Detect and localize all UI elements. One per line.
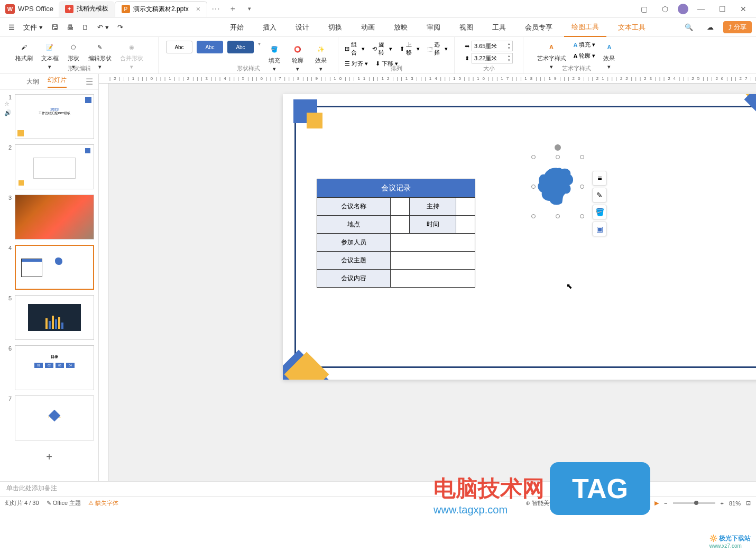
- float-layers-button[interactable]: ≡: [592, 171, 607, 186]
- merge-shape-button[interactable]: ◉合并形状▾: [117, 39, 146, 72]
- app-logo: W WPS Office: [0, 4, 59, 14]
- status-theme[interactable]: ✎ Office 主题: [47, 499, 81, 507]
- slide-thumb-2[interactable]: [15, 144, 94, 189]
- group-button[interactable]: ⊞ 组合▾: [343, 40, 367, 58]
- tab-overflow[interactable]: ⋯: [207, 4, 224, 14]
- zoom-in-button[interactable]: +: [721, 500, 724, 507]
- tab-menu[interactable]: ▾: [242, 5, 257, 12]
- file-menu[interactable]: 文件 ▾: [19, 20, 47, 35]
- search-icon[interactable]: 🔍: [680, 20, 697, 35]
- avatar[interactable]: [678, 4, 688, 14]
- art-effect-button[interactable]: A效果▾: [600, 39, 619, 72]
- redo-button[interactable]: ↷: [113, 20, 127, 35]
- shape-style-3[interactable]: Abc: [227, 41, 254, 53]
- slides-tab[interactable]: 幻灯片: [48, 76, 67, 88]
- share-button[interactable]: ⤴ 分享: [723, 21, 752, 33]
- zoom-level[interactable]: 81%: [729, 500, 741, 507]
- select-button[interactable]: ⬚ 选择▾: [425, 40, 450, 58]
- tab-document[interactable]: P 演示文稿素材2.pptx ×: [115, 1, 207, 17]
- undo-button[interactable]: ↶ ▾: [93, 20, 113, 35]
- status-slide-count: 幻灯片 4 / 30: [5, 499, 39, 507]
- art-fill-button[interactable]: A 填充▾: [571, 40, 598, 50]
- close-icon[interactable]: ×: [196, 5, 200, 13]
- float-paint-button[interactable]: 🪣: [592, 205, 607, 219]
- meeting-table[interactable]: 会议记录 会议名称主持 地点时间 参加人员 会议主题 会议内容: [317, 179, 475, 288]
- selected-shape[interactable]: [531, 155, 584, 218]
- resize-handle[interactable]: [531, 185, 536, 189]
- float-edit-button[interactable]: ✎: [592, 188, 607, 203]
- ruler-horizontal: |2|||1|||0|||1|||2|||3|||4|||5|||6|||7||…: [99, 74, 756, 84]
- ruler-vertical: [99, 84, 108, 481]
- save-icon[interactable]: 🖫: [47, 20, 62, 35]
- slide-thumb-3[interactable]: [15, 195, 94, 240]
- view-slideshow-icon[interactable]: ▶: [654, 500, 659, 507]
- slide-thumb-7[interactable]: PART 01: [15, 395, 94, 440]
- fit-icon[interactable]: ⊡: [746, 500, 751, 507]
- slide-number: 1: [4, 94, 12, 100]
- rotate-button[interactable]: ⟲ 旋转▾: [370, 40, 394, 58]
- menu-toggle[interactable]: ☰: [4, 20, 19, 35]
- resize-handle[interactable]: [580, 185, 584, 189]
- panel-icon[interactable]: ▢: [635, 2, 652, 16]
- resize-handle[interactable]: [580, 155, 584, 159]
- format-painter-button[interactable]: 🖌格式刷: [12, 39, 36, 65]
- outline-tab[interactable]: 大纲: [26, 77, 39, 86]
- tab-member[interactable]: 会员专享: [518, 18, 560, 37]
- corner-accent-tr: [743, 94, 756, 136]
- resize-handle[interactable]: [531, 155, 536, 159]
- close-button[interactable]: ✕: [735, 2, 752, 16]
- minimize-button[interactable]: —: [693, 2, 709, 16]
- tab-insert[interactable]: 插入: [255, 18, 284, 37]
- align-button[interactable]: ☰ 对齐▾: [343, 59, 370, 69]
- slide-canvas[interactable]: 会议记录 会议名称主持 地点时间 参加人员 会议主题 会议内容: [283, 94, 756, 380]
- slide-thumb-6[interactable]: 目录01020304: [15, 345, 94, 390]
- zoom-slider[interactable]: [673, 502, 715, 504]
- outline-button[interactable]: ⭕轮廓▾: [288, 41, 307, 75]
- resize-handle[interactable]: [580, 214, 584, 218]
- group-label: 形状样式: [237, 65, 260, 72]
- slide-number: 2: [4, 144, 12, 189]
- tab-transition[interactable]: 切换: [321, 18, 349, 37]
- panel-menu-icon[interactable]: ☰: [86, 77, 93, 87]
- tab-review[interactable]: 审阅: [419, 18, 448, 37]
- resize-handle[interactable]: [531, 214, 536, 218]
- slide-thumb-4[interactable]: [15, 245, 94, 290]
- effect-button[interactable]: ✨效果▾: [311, 41, 330, 75]
- tab-slideshow[interactable]: 放映: [386, 18, 415, 37]
- width-input[interactable]: 3.65厘米▴▾: [472, 41, 513, 51]
- tab-design[interactable]: 设计: [288, 18, 317, 37]
- shape-style-1[interactable]: Abc: [166, 41, 192, 53]
- tab-start[interactable]: 开始: [223, 18, 251, 37]
- cube-icon[interactable]: ⬡: [657, 2, 674, 16]
- fill-button[interactable]: 🪣填充▾: [265, 41, 284, 75]
- height-input[interactable]: 3.22厘米▴▾: [472, 53, 513, 63]
- textbox-button[interactable]: 📝文本框▾: [38, 39, 62, 72]
- add-slide-button[interactable]: +: [4, 446, 94, 468]
- shape-style-2[interactable]: Abc: [197, 41, 223, 53]
- tab-template[interactable]: ✦ 找稻壳模板: [59, 1, 115, 17]
- slide-thumb-5[interactable]: [15, 295, 94, 340]
- group-label: 形状编辑: [68, 65, 91, 72]
- tab-animation[interactable]: 动画: [354, 18, 382, 37]
- zoom-out-button[interactable]: −: [664, 500, 667, 507]
- watermark: 电脑技术网 www.tagxp.com TAG: [434, 462, 650, 515]
- maximize-button[interactable]: ☐: [714, 2, 731, 16]
- tab-view[interactable]: 视图: [452, 18, 481, 37]
- tab-drawing-tools[interactable]: 绘图工具: [564, 18, 606, 37]
- resize-handle[interactable]: [556, 155, 560, 159]
- group-label: 艺术字样式: [562, 65, 591, 72]
- cloud-icon[interactable]: ☁: [703, 20, 718, 35]
- print-icon[interactable]: 🖶: [62, 20, 78, 35]
- float-crop-button[interactable]: ▣: [592, 222, 607, 236]
- add-tab-button[interactable]: +: [224, 4, 242, 14]
- table-title: 会议记录: [317, 179, 475, 198]
- wps-icon: W: [5, 4, 15, 14]
- tab-text-tools[interactable]: 文本工具: [611, 18, 653, 37]
- move-up-button[interactable]: ⬆ 上移▾: [398, 40, 422, 58]
- preview-icon[interactable]: 🗋: [78, 20, 93, 35]
- art-outline-button[interactable]: A 轮廓▾: [571, 51, 598, 61]
- tab-tools[interactable]: 工具: [485, 18, 513, 37]
- status-missing-font[interactable]: ⚠ 缺失字体: [88, 499, 118, 507]
- resize-handle[interactable]: [556, 214, 560, 218]
- slide-thumb-1[interactable]: 2023工作总结汇报PPT模板: [15, 94, 94, 139]
